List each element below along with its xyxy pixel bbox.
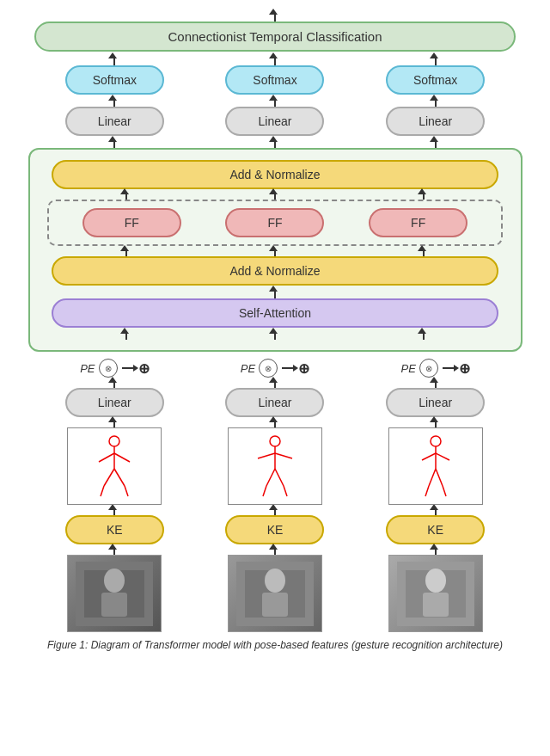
ff-dashed-box: FF FF FF (47, 200, 503, 246)
ke-left-label: KE (107, 523, 123, 537)
ke-mid: KE (225, 515, 324, 544)
add-norm-bottom-label: Add & Normalize (229, 264, 320, 278)
svg-line-7 (125, 486, 128, 496)
arrows-ke-to-skeleton (34, 505, 516, 515)
pe-right-plus: ⊕ (459, 360, 470, 377)
ff-right: FF (369, 208, 468, 237)
pe-left-plus: ⊕ (138, 360, 150, 377)
svg-line-19 (436, 453, 449, 460)
linear-top-right-label: Linear (419, 114, 452, 128)
linear-top-mid: Linear (225, 107, 324, 136)
svg-point-8 (270, 436, 280, 446)
linear-top-row: Linear Linear Linear (34, 107, 516, 136)
linear-top-mid-label: Linear (259, 114, 292, 128)
softmax-right-label: Softmax (413, 73, 457, 87)
svg-line-18 (422, 453, 436, 460)
softmax-row: Softmax Softmax Softmax (34, 65, 516, 95)
pe-mid-plus: ⊕ (298, 360, 309, 377)
pe-mid-circle: ⊗ (259, 359, 278, 378)
pe-col-left: PE ⊗ ⊕ (54, 359, 174, 378)
svg-point-16 (431, 436, 441, 446)
photo-row (34, 555, 516, 632)
ke-left: KE (65, 515, 164, 544)
add-norm-top: Add & Normalize (52, 160, 498, 189)
linear-bottom-right: Linear (386, 388, 485, 417)
arrows-softmax-to-ctc (34, 52, 516, 65)
arrow-to-ctc (272, 9, 278, 22)
ke-right: KE (386, 515, 485, 544)
softmax-left: Softmax (65, 65, 164, 95)
self-attention-block: Self-Attention (52, 298, 498, 328)
arrow-sa-to-an (272, 286, 278, 298)
skeleton-row (34, 427, 516, 505)
linear-bottom-right-label: Linear (419, 396, 452, 409)
pe-right-circle: ⊗ (419, 359, 438, 378)
skeleton-right-svg (410, 434, 461, 499)
arrows-linear-to-pe (34, 378, 516, 388)
ke-mid-label: KE (267, 523, 284, 537)
transformer-block: Add & Normalize FF FF (28, 148, 522, 352)
svg-line-23 (443, 486, 446, 496)
ff-left: FF (82, 208, 181, 237)
photo-right (388, 555, 483, 632)
pe-col-right: PE ⊗ ⊕ (376, 359, 496, 378)
pe-right-arrow (443, 367, 455, 369)
add-norm-bottom: Add & Normalize (52, 256, 498, 286)
svg-line-4 (104, 469, 114, 486)
arrows-linear-to-softmax (34, 95, 516, 107)
svg-line-6 (101, 486, 104, 496)
ff-row: FF FF FF (60, 208, 490, 237)
softmax-right: Softmax (386, 65, 485, 95)
svg-line-14 (263, 486, 266, 496)
photo-mid (228, 555, 322, 632)
svg-line-3 (114, 453, 130, 462)
svg-line-13 (275, 469, 284, 486)
ke-right-label: KE (427, 523, 443, 537)
arrows-to-green-box (34, 136, 516, 148)
photo-left (67, 555, 162, 632)
svg-line-20 (429, 469, 436, 486)
svg-point-0 (109, 436, 119, 446)
svg-rect-27 (101, 593, 127, 617)
arrows-photo-to-ke (34, 544, 516, 555)
pe-left-circle: ⊗ (99, 359, 118, 378)
pe-mid-arrow (282, 367, 294, 369)
softmax-left-label: Softmax (93, 73, 137, 87)
skeleton-right (388, 427, 483, 505)
svg-rect-31 (262, 593, 288, 617)
svg-line-2 (99, 453, 114, 462)
skeleton-left (67, 427, 162, 505)
svg-point-26 (104, 569, 125, 593)
svg-line-10 (258, 453, 275, 458)
linear-bottom-row: Linear Linear Linear (34, 388, 516, 417)
pe-left-arrow (122, 367, 134, 369)
pe-col-mid: PE ⊗ ⊕ (215, 359, 335, 378)
pe-right: PE ⊗ ⊕ (400, 359, 469, 378)
pe-right-label: PE (400, 362, 415, 375)
pe-mid: PE ⊗ ⊕ (241, 359, 309, 378)
ff-right-label: FF (411, 216, 425, 230)
self-attention-label: Self-Attention (239, 306, 311, 320)
svg-line-22 (425, 486, 429, 496)
add-norm-top-label: Add & Normalize (229, 168, 320, 181)
svg-line-15 (284, 486, 287, 496)
architecture-diagram: Connectionist Temporal Classification So… (9, 9, 541, 651)
skeleton-left-svg (89, 434, 140, 499)
figure-caption: Figure 1: Diagram of Transformer model w… (26, 639, 524, 651)
ff-mid: FF (225, 208, 324, 237)
linear-top-left-label: Linear (98, 114, 131, 128)
pe-row-group: PE ⊗ ⊕ PE ⊗ ⊕ PE ⊗ ⊕ (34, 359, 516, 378)
ff-left-label: FF (125, 216, 139, 230)
arrows-skeleton-to-linear (34, 417, 516, 427)
linear-bottom-mid: Linear (225, 388, 324, 417)
linear-bottom-left-label: Linear (98, 396, 131, 409)
ctc-label: Connectionist Temporal Classification (168, 29, 382, 44)
svg-line-5 (114, 469, 125, 486)
softmax-mid: Softmax (225, 65, 324, 95)
linear-top-left: Linear (65, 107, 164, 136)
svg-line-21 (436, 469, 443, 486)
svg-point-34 (425, 569, 446, 593)
linear-bottom-mid-label: Linear (259, 396, 292, 409)
linear-bottom-left: Linear (65, 388, 164, 417)
ke-row: KE KE KE (34, 515, 516, 544)
